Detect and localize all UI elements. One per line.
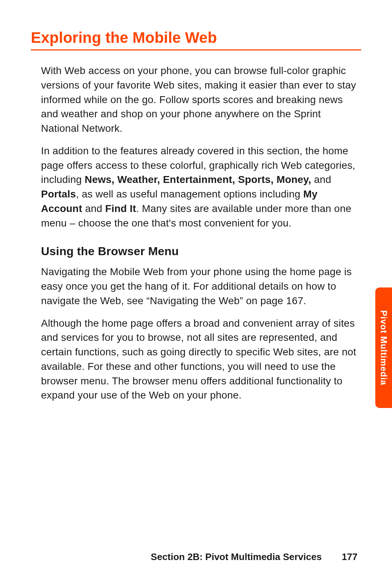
footer-section-label: Section 2B: Pivot Multimedia Services (151, 551, 322, 562)
para2-text-b: and (311, 174, 331, 185)
page-content: Exploring the Mobile Web With Web access… (0, 0, 392, 403)
para2-bold-portals: Portals (41, 188, 76, 200)
intro-paragraph-1: With Web access on your phone, you can b… (31, 64, 361, 136)
para2-bold-categories: News, Weather, Entertainment, Sports, Mo… (85, 174, 311, 185)
intro-paragraph-2: In addition to the features already cove… (31, 144, 361, 230)
page-footer: Section 2B: Pivot Multimedia Services 17… (151, 551, 358, 563)
section-tab-label: Pivot Multimedia (379, 310, 389, 385)
browser-paragraph-1: Navigating the Mobile Web from your phon… (31, 265, 361, 308)
para2-bold-findit: Find It (105, 203, 136, 214)
para2-text-c: , as well as useful management options i… (76, 188, 303, 200)
browser-menu-heading: Using the Browser Menu (31, 245, 361, 258)
browser-paragraph-2: Although the home page offers a broad an… (31, 316, 361, 403)
para2-text-d: and (82, 203, 105, 214)
page-title: Exploring the Mobile Web (31, 29, 361, 50)
section-tab: Pivot Multimedia (375, 287, 392, 408)
footer-page-number: 177 (342, 551, 358, 562)
